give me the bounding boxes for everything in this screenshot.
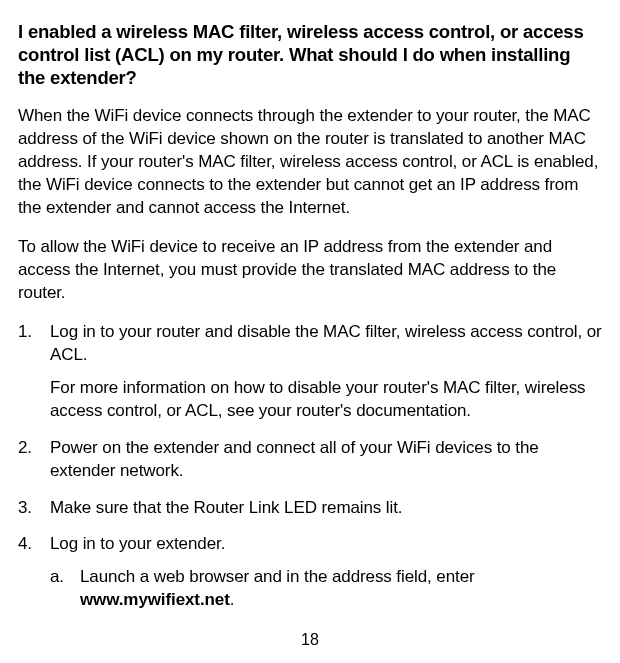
step-4-substeps: Launch a web browser and in the address … — [50, 566, 602, 612]
step-1-text: Log in to your router and disable the MA… — [50, 322, 602, 364]
step-1: Log in to your router and disable the MA… — [18, 321, 602, 423]
step-2-text: Power on the extender and connect all of… — [50, 438, 539, 480]
steps-list: Log in to your router and disable the MA… — [18, 321, 602, 612]
intro-paragraph-2: To allow the WiFi device to receive an I… — [18, 236, 602, 305]
page-number: 18 — [301, 631, 319, 649]
step-4a-prefix: Launch a web browser and in the address … — [80, 567, 475, 586]
step-2: Power on the extender and connect all of… — [18, 437, 602, 483]
step-1-note: For more information on how to disable y… — [50, 377, 602, 423]
step-3-text: Make sure that the Router Link LED remai… — [50, 498, 402, 517]
faq-heading: I enabled a wireless MAC filter, wireles… — [18, 20, 602, 89]
step-3: Make sure that the Router Link LED remai… — [18, 497, 602, 520]
step-4a-suffix: . — [230, 590, 235, 609]
step-4a-url: www.mywifiext.net — [80, 590, 230, 609]
step-4: Log in to your extender. Launch a web br… — [18, 533, 602, 612]
intro-paragraph-1: When the WiFi device connects through th… — [18, 105, 602, 220]
step-4-text: Log in to your extender. — [50, 534, 225, 553]
step-4a: Launch a web browser and in the address … — [50, 566, 602, 612]
